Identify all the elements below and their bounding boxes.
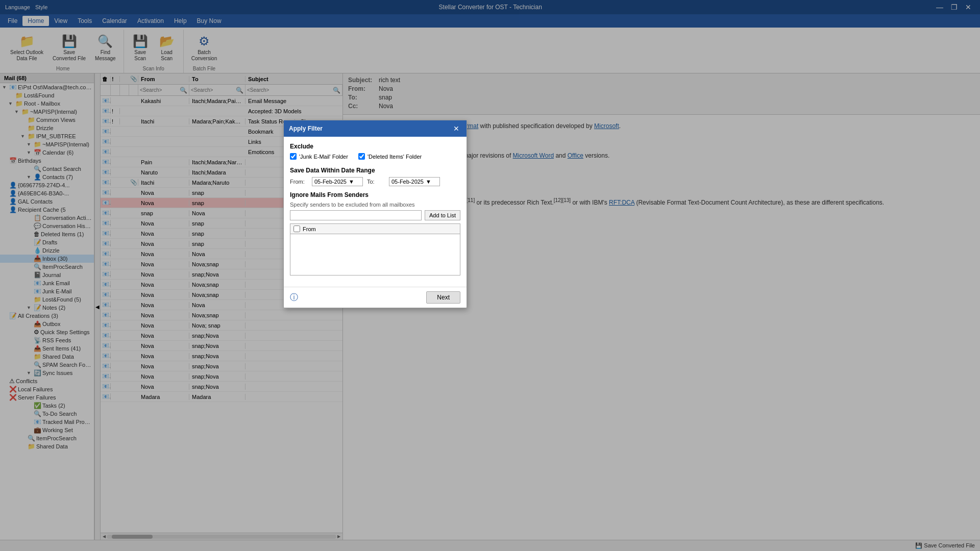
junk-email-checkbox-row: 'Junk E-Mail' Folder [290, 153, 348, 160]
apply-filter-dialog: Apply Filter ✕ Exclude 'Junk E-Mail' Fol… [283, 120, 467, 308]
exclude-section: Exclude 'Junk E-Mail' Folder 'Deleted It… [290, 143, 460, 162]
from-table-header: From [290, 224, 460, 234]
from-date-select[interactable]: 05-Feb-2025 ▼ [312, 177, 363, 186]
from-table: From [290, 223, 460, 276]
deleted-items-label: 'Deleted Items' Folder [368, 154, 422, 160]
sender-input-row: Add to List [290, 210, 460, 220]
from-date-label: From: [290, 179, 308, 185]
exclude-title: Exclude [290, 143, 460, 150]
specify-label: Specify senders to be excluded from all … [290, 202, 460, 208]
dialog-body: Exclude 'Junk E-Mail' Folder 'Deleted It… [284, 137, 467, 287]
junk-email-label: 'Junk E-Mail' Folder [299, 154, 348, 160]
deleted-items-checkbox[interactable] [358, 153, 365, 160]
dialog-title-bar: Apply Filter ✕ [284, 120, 467, 137]
from-date-chevron: ▼ [349, 179, 354, 185]
ignore-senders-section: Ignore Mails From Senders Specify sender… [290, 191, 460, 276]
add-to-list-btn[interactable]: Add to List [425, 210, 460, 220]
to-date-label: To: [367, 179, 385, 185]
dialog-footer: ⓘ Next [284, 287, 467, 308]
date-row: From: 05-Feb-2025 ▼ To: 05-Feb-2025 ▼ [290, 177, 460, 186]
ignore-senders-title: Ignore Mails From Senders [290, 191, 460, 198]
to-date-value: 05-Feb-2025 [391, 179, 424, 185]
from-date-value: 05-Feb-2025 [314, 179, 347, 185]
next-btn[interactable]: Next [426, 291, 460, 304]
date-range-section: Save Data Within Date Range From: 05-Feb… [290, 167, 460, 186]
date-range-title: Save Data Within Date Range [290, 167, 460, 174]
from-table-checkbox[interactable] [293, 226, 300, 232]
to-date-select[interactable]: 05-Feb-2025 ▼ [389, 177, 440, 186]
from-table-body [290, 234, 460, 275]
sender-input-field[interactable] [290, 210, 422, 220]
dialog-overlay: Apply Filter ✕ Exclude 'Junk E-Mail' Fol… [0, 0, 980, 551]
junk-email-checkbox[interactable] [290, 153, 297, 160]
dialog-info-icon[interactable]: ⓘ [290, 292, 298, 303]
from-column-label: From [303, 226, 316, 232]
to-date-chevron: ▼ [426, 179, 431, 185]
dialog-title: Apply Filter [289, 125, 323, 132]
exclude-checkboxes: 'Junk E-Mail' Folder 'Deleted Items' Fol… [290, 153, 460, 162]
dialog-close-btn[interactable]: ✕ [451, 123, 461, 134]
deleted-items-checkbox-row: 'Deleted Items' Folder [358, 153, 422, 160]
